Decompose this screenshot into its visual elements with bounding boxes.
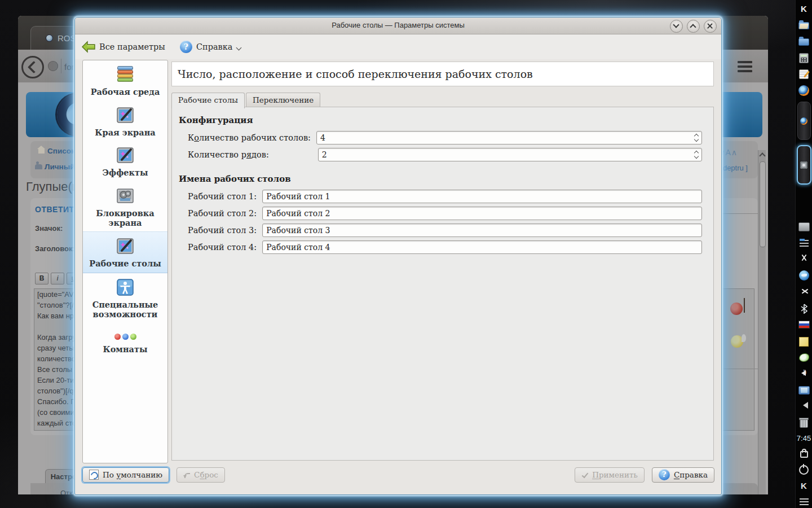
config-group-title: Конфигурация [179, 115, 713, 125]
sidebar-item-virtual-desktops[interactable]: Рабочие столы [83, 231, 167, 273]
calculator-icon[interactable] [798, 52, 810, 64]
sidebar-item-screen-locking[interactable]: Блокировка экрана [83, 182, 167, 231]
desktops-tab-panel: Конфигурация Количество рабочих столов: … [171, 107, 714, 461]
fish-smiley-icon[interactable] [731, 335, 743, 348]
defaults-button[interactable]: По умолчанию [82, 467, 169, 483]
help-icon: ? [659, 469, 670, 480]
reply-button[interactable]: ОТВЕТИТЬ [35, 205, 80, 214]
window-titlebar[interactable]: Рабочие столы — Параметры системы [75, 17, 721, 34]
task-system-settings[interactable] [797, 145, 811, 185]
sidebar-item-effects[interactable]: Эффекты [83, 141, 167, 182]
gear-icon [800, 161, 807, 169]
spinner-arrows[interactable] [692, 149, 700, 160]
help-button[interactable]: ? Справка [652, 467, 714, 483]
help-menu-button[interactable]: ? Справка [180, 41, 241, 53]
apply-button[interactable]: Применить [575, 467, 645, 483]
spin-down-icon[interactable] [694, 137, 699, 142]
kde-menu-icon[interactable]: K [798, 3, 810, 15]
kde-logo-icon[interactable]: K [798, 480, 810, 492]
row-count-spinbox[interactable] [318, 148, 702, 161]
back-button[interactable] [21, 56, 44, 78]
spin-down-icon[interactable] [694, 154, 699, 159]
icon-field-label: Значок: [35, 224, 63, 233]
back-arrow-icon [82, 41, 95, 53]
task-firefox[interactable] [797, 102, 811, 140]
window-title: Рабочие столы — Параметры системы [75, 21, 721, 29]
desktop-effects-icon [116, 146, 135, 164]
notes-icon[interactable] [798, 69, 810, 80]
row-count-label: Количество рядов: [188, 150, 269, 159]
desktop-name-field[interactable] [262, 240, 702, 254]
desktop-name-label: Рабочий стол 3: [188, 226, 257, 235]
sticky-note-icon[interactable] [798, 336, 810, 347]
panel-hide-icon[interactable] [798, 401, 810, 413]
system-settings-window: Рабочие столы — Параметры системы Все па… [74, 17, 722, 495]
cut-tool-icon[interactable] [798, 287, 810, 298]
shutdown-icon[interactable] [798, 464, 810, 475]
desktop-name-input[interactable] [266, 191, 697, 202]
post-separator [721, 213, 764, 214]
desktop-name-row: Рабочий стол 2: [188, 207, 702, 220]
firefox-icon[interactable] [798, 85, 810, 97]
folder-open-icon[interactable] [798, 20, 810, 31]
tab-switching[interactable]: Переключение [246, 93, 320, 107]
bbcode-toolbar: B i u [35, 273, 80, 284]
row-count-input[interactable] [322, 149, 689, 160]
home-icon [38, 149, 45, 154]
thunderbird-icon[interactable] [798, 270, 810, 282]
desktop-name-input[interactable] [266, 208, 697, 219]
lock-screen-icon[interactable] [798, 448, 810, 459]
settings-sidebar: Рабочая среда Края экрана Эффекты [82, 60, 168, 463]
sidebar-item-workspace[interactable]: Рабочая среда [83, 60, 167, 101]
desktop-name-field[interactable] [262, 224, 702, 237]
settings-main-area: Число, расположение и способ переключени… [171, 60, 714, 463]
page-scrollbar[interactable] [758, 150, 766, 494]
device-notifier-icon[interactable] [798, 385, 810, 396]
minimize-button[interactable] [670, 20, 683, 33]
panel-clock[interactable]: 7:45 [796, 434, 812, 443]
chevron-down-icon [236, 45, 242, 51]
devil-smiley-icon[interactable] [730, 303, 743, 315]
virtual-desktops-icon [116, 237, 135, 255]
panel-toolbox-icon[interactable] [798, 497, 810, 508]
reset-button[interactable]: Сброс [176, 467, 225, 483]
bluetooth-icon[interactable] [798, 303, 810, 314]
tab-desktops[interactable]: Рабочие столы [171, 93, 245, 108]
trash-icon[interactable] [798, 418, 810, 429]
keyboard-layout-ru-icon[interactable] [798, 319, 810, 331]
italic-button[interactable]: i [51, 273, 64, 284]
sidebar-item-screen-edges[interactable]: Края экрана [83, 101, 167, 142]
desktop-name-input[interactable] [266, 242, 697, 253]
desktop-name-field[interactable] [262, 190, 702, 203]
scroll-up-icon[interactable] [759, 152, 765, 159]
spinner-arrows[interactable] [692, 132, 700, 143]
all-settings-button[interactable]: Все параметры [82, 41, 165, 53]
browser-menu-button[interactable] [738, 61, 752, 72]
desktop-count-input[interactable] [320, 132, 689, 143]
sidebar-item-activities[interactable]: Комнаты [83, 323, 167, 358]
scissors-icon[interactable] [798, 254, 810, 265]
bold-button[interactable]: B [35, 273, 48, 284]
xneur-icon[interactable] [798, 352, 810, 364]
all-settings-label: Все параметры [99, 42, 165, 51]
close-button[interactable] [704, 20, 717, 33]
font-size-widget[interactable]: ∨A∧ [719, 148, 738, 157]
screen-edges-icon [116, 106, 135, 124]
names-group-title: Имена рабочих столов [179, 174, 713, 184]
tab-favicon [46, 34, 53, 42]
sidebar-item-accessibility[interactable]: Специальные возможности [83, 273, 167, 323]
taskbar-panel: K 7:45 K [795, 0, 812, 508]
screen-locker-icon [116, 187, 135, 205]
dialog-toolbar: Все параметры ? Справка [75, 34, 721, 59]
scrollbar-thumb[interactable] [760, 161, 766, 247]
display-tray-icon[interactable] [798, 221, 810, 233]
klipper-icon[interactable] [798, 238, 810, 249]
folder-icon[interactable] [798, 36, 810, 47]
back-arrow-icon [28, 61, 41, 74]
desktop-count-spinbox[interactable] [316, 131, 702, 144]
volume-icon[interactable] [798, 369, 810, 380]
dialog-button-row: По умолчанию Сброс Применить ? Справка [82, 467, 714, 483]
desktop-name-field[interactable] [262, 207, 702, 220]
desktop-name-input[interactable] [266, 225, 697, 236]
maximize-button[interactable] [687, 20, 700, 33]
